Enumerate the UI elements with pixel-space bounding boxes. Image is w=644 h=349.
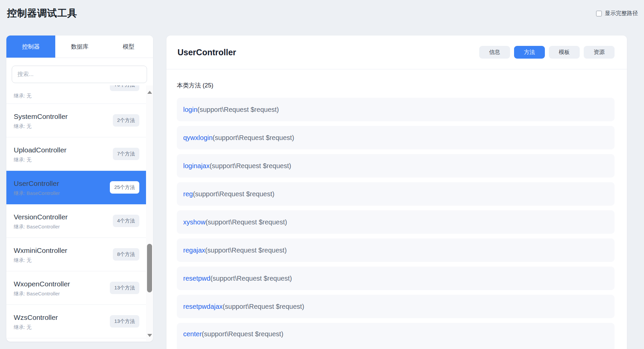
- method-count-badge: 13个方法: [110, 315, 139, 328]
- method-name[interactable]: xyshow: [183, 218, 206, 226]
- list-item-wzscontroller[interactable]: WzsController 继承: 无 13个方法: [6, 305, 146, 338]
- method-signature: (support\Request $request): [206, 218, 287, 226]
- tab-models[interactable]: 模型: [104, 36, 153, 58]
- scroll-up-icon[interactable]: [147, 91, 152, 94]
- detail-view-switch: 信息 方法 模板 资源: [479, 46, 615, 59]
- method-signature: (support\Request $request): [223, 303, 304, 310]
- method-signature: (support\Request $request): [202, 330, 283, 338]
- list-item-systemcontroller[interactable]: SystemController 继承: 无 2个方法: [6, 104, 146, 137]
- method-count-badge: 4个方法: [113, 215, 139, 227]
- method-row-login[interactable]: login(support\Request $request): [177, 98, 615, 121]
- method-name[interactable]: qywxlogin: [183, 134, 213, 142]
- scrollbar-thumb[interactable]: [147, 244, 152, 292]
- controller-detail-panel: UserController 信息 方法 模板 资源 本类方法 (25) log…: [166, 36, 627, 349]
- methods-button[interactable]: 方法: [514, 46, 545, 59]
- show-full-path-toggle[interactable]: 显示完整路径: [596, 10, 638, 17]
- method-signature: (support\Request $request): [205, 247, 287, 254]
- page-title: 控制器调试工具: [7, 7, 77, 20]
- detail-header: UserController 信息 方法 模板 资源: [166, 36, 627, 69]
- section-heading: 本类方法 (25): [177, 81, 615, 89]
- controller-sidebar: 控制器 数据库 模型 继承: 无 76个方法 SystemController …: [6, 36, 153, 342]
- show-full-path-label: 显示完整路径: [605, 10, 638, 17]
- list-item-partial[interactable]: 继承: 无 76个方法: [6, 85, 146, 104]
- method-row-loginajax[interactable]: loginajax(support\Request $request): [177, 154, 615, 178]
- search-input[interactable]: [12, 66, 147, 83]
- tab-database[interactable]: 数据库: [55, 36, 104, 58]
- sidebar-scrollbar[interactable]: [146, 85, 153, 341]
- method-name[interactable]: resetpwd: [183, 275, 210, 282]
- sidebar-tabs: 控制器 数据库 模型: [6, 36, 153, 58]
- show-full-path-checkbox[interactable]: [596, 11, 602, 16]
- templates-button[interactable]: 模板: [549, 46, 580, 59]
- list-item-uploadcontroller[interactable]: UploadController 继承: 无 7个方法: [6, 137, 146, 171]
- tab-controllers[interactable]: 控制器: [6, 36, 55, 58]
- method-row-regajax[interactable]: regajax(support\Request $request): [177, 238, 615, 262]
- method-row-qywxlogin[interactable]: qywxlogin(support\Request $request): [177, 126, 615, 149]
- method-signature: (support\Request $request): [210, 162, 291, 170]
- list-item-usercontroller[interactable]: UserController 继承: BaseController 25个方法: [6, 171, 146, 204]
- method-signature: (support\Request $request): [193, 190, 274, 198]
- controller-title: UserController: [177, 48, 236, 57]
- info-button[interactable]: 信息: [479, 46, 510, 59]
- method-name[interactable]: loginajax: [183, 162, 210, 170]
- method-name[interactable]: reg: [183, 190, 193, 198]
- method-row-xyshow[interactable]: xyshow(support\Request $request): [177, 210, 615, 234]
- method-count-badge: 2个方法: [113, 114, 139, 127]
- method-signature: (support\Request $request): [197, 106, 279, 114]
- method-count-badge: 25个方法: [110, 181, 139, 194]
- method-row-center[interactable]: center(support\Request $request): [177, 323, 615, 349]
- method-count-badge: 8个方法: [113, 248, 139, 261]
- method-name[interactable]: login: [183, 106, 197, 114]
- scroll-down-icon[interactable]: [147, 334, 152, 337]
- method-row-resetpwd[interactable]: resetpwd(support\Request $request): [177, 267, 615, 290]
- method-signature: (support\Request $request): [210, 275, 292, 282]
- method-row-resetpwdajax[interactable]: resetpwdajax(support\Request $request): [177, 295, 615, 318]
- controller-inherits: 继承: 无: [14, 93, 31, 99]
- method-count-badge: 13个方法: [110, 282, 139, 294]
- method-list: 本类方法 (25) login(support\Request $request…: [166, 69, 627, 349]
- list-item-versioncontroller[interactable]: VersionController 继承: BaseController 4个方…: [6, 204, 146, 238]
- method-name[interactable]: resetpwdajax: [183, 303, 223, 310]
- method-name[interactable]: center: [183, 330, 202, 338]
- controller-list: 继承: 无 76个方法 SystemController 继承: 无 2个方法 …: [6, 85, 146, 338]
- resources-button[interactable]: 资源: [584, 46, 615, 59]
- method-row-reg[interactable]: reg(support\Request $request): [177, 182, 615, 206]
- method-count-badge: 7个方法: [113, 148, 139, 160]
- list-item-wxminicontroller[interactable]: WxminiController 继承: 无 8个方法: [6, 238, 146, 271]
- method-count-badge: 76个方法: [110, 85, 139, 91]
- method-name[interactable]: regajax: [183, 247, 205, 254]
- method-signature: (support\Request $request): [213, 134, 294, 142]
- list-item-wxopencontroller[interactable]: WxopenController 继承: BaseController 13个方…: [6, 271, 146, 305]
